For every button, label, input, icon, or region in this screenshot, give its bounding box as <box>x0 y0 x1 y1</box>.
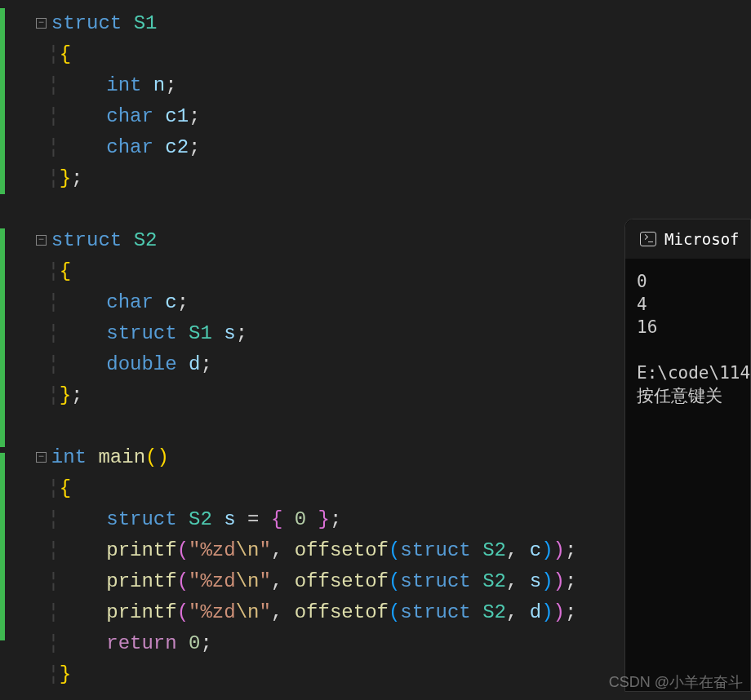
output-line: 按任意键关 <box>637 386 722 405</box>
brace: { <box>60 260 71 282</box>
output-line: 16 <box>637 317 657 337</box>
identifier: c <box>165 291 176 313</box>
brace: } <box>60 384 71 406</box>
identifier: c1 <box>165 105 189 127</box>
macro-call: offsetof <box>295 601 389 623</box>
identifier: d <box>189 353 200 375</box>
watermark: CSDN @小羊在奋斗 <box>609 672 743 692</box>
function-name: main <box>98 446 145 468</box>
identifier: s <box>224 322 235 344</box>
number-literal: 0 <box>189 632 200 654</box>
output-line: 0 <box>637 272 647 291</box>
type-name: S1 <box>134 12 158 34</box>
macro-call: offsetof <box>295 539 389 561</box>
fold-icon[interactable]: − <box>36 18 47 29</box>
terminal-titlebar[interactable]: Microsof <box>625 219 750 259</box>
type-name: S1 <box>189 322 212 344</box>
keyword: struct <box>51 229 122 251</box>
macro-call: offsetof <box>295 570 389 592</box>
identifier: c2 <box>165 136 189 158</box>
keyword: struct <box>106 508 176 530</box>
keyword: struct <box>51 12 122 34</box>
brace: } <box>60 663 71 685</box>
fold-icon[interactable]: − <box>36 452 47 463</box>
code-line[interactable]: ¦{ <box>12 39 751 70</box>
type-name: S2 <box>189 508 212 530</box>
terminal-output[interactable]: 0 4 16 E:\code\114 按任意键关 <box>625 259 750 407</box>
keyword: double <box>106 353 176 375</box>
fold-icon[interactable]: − <box>36 235 47 246</box>
code-line[interactable]: ¦}; <box>12 163 751 194</box>
keyword: char <box>106 105 153 127</box>
type-name: S2 <box>134 229 158 251</box>
keyword: int <box>51 446 87 468</box>
code-line[interactable]: ¦ int n; <box>12 70 751 101</box>
code-line[interactable]: ¦ char c1; <box>12 101 751 132</box>
keyword: struct <box>106 322 176 344</box>
output-line: E:\code\114 <box>637 363 750 383</box>
brace: { <box>60 477 71 499</box>
keyword: return <box>106 632 176 654</box>
identifier: n <box>153 74 165 96</box>
terminal-icon <box>640 232 656 246</box>
identifier: s <box>224 508 235 530</box>
function-call: printf <box>106 570 176 592</box>
function-call: printf <box>106 539 176 561</box>
code-line[interactable]: −struct S1 <box>12 8 751 39</box>
number-literal: 0 <box>295 508 306 530</box>
output-line: 4 <box>637 295 647 314</box>
brace: { <box>60 43 71 65</box>
keyword: int <box>106 74 141 96</box>
brace: } <box>60 167 71 189</box>
code-line[interactable]: ¦ char c2; <box>12 132 751 163</box>
keyword: char <box>106 291 153 313</box>
terminal-title: Microsof <box>664 230 740 248</box>
terminal-window[interactable]: Microsof 0 4 16 E:\code\114 按任意键关 <box>624 219 751 692</box>
function-call: printf <box>106 601 176 623</box>
keyword: char <box>106 136 153 158</box>
